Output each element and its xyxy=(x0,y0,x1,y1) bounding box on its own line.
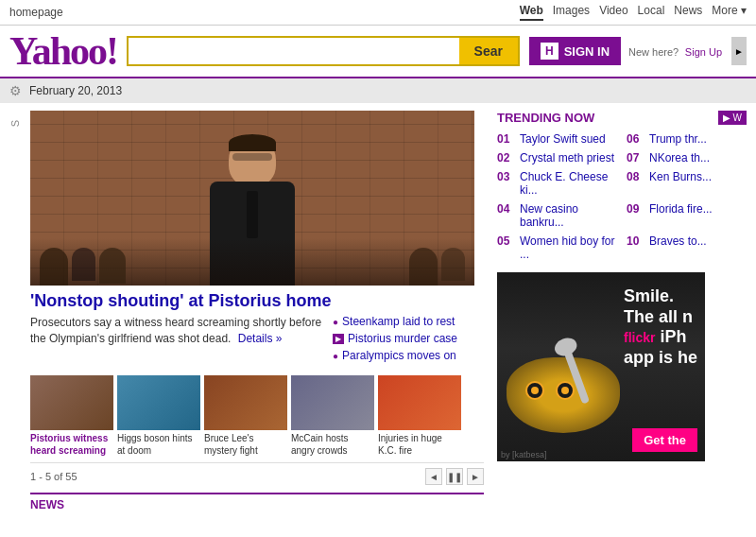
trending-num-6: 06 xyxy=(627,132,645,146)
trending-text-10: Braves to... xyxy=(649,234,707,261)
ad-eye-inner-left xyxy=(531,387,539,394)
search-input[interactable] xyxy=(127,36,459,66)
related-link-2[interactable]: ▶ Pistorius murder case xyxy=(333,332,484,345)
trending-item-3[interactable]: 03 Chuck E. Cheese ki... xyxy=(497,168,617,199)
trending-item-9[interactable]: 09 Florida fire... xyxy=(627,200,747,231)
video-icon-2: ▶ xyxy=(333,334,344,344)
tab-images[interactable]: Images xyxy=(553,4,590,21)
bullet-icon-1: ● xyxy=(333,317,338,327)
thumb-item-1[interactable]: Pistorius witness heard screaming xyxy=(30,375,113,457)
next-button[interactable]: ► xyxy=(467,468,484,485)
homepage-link[interactable]: homepage xyxy=(9,6,63,19)
thumb-image-4 xyxy=(291,375,374,430)
thumb-label-1: Pistorius witness heard screaming xyxy=(30,432,113,457)
thumb-item-5[interactable]: Injuries in huge K.C. fire xyxy=(378,375,461,457)
trending-text-8: Ken Burns... xyxy=(649,170,712,197)
ad-banner[interactable]: Smile. The all n flickr iPh app is he Ge… xyxy=(497,272,705,461)
ad-eyes xyxy=(525,381,575,400)
trending-num-5: 05 xyxy=(497,234,516,261)
tab-more[interactable]: More ▾ xyxy=(712,4,747,21)
person-hair xyxy=(229,134,276,151)
ad-brand: flickr xyxy=(624,330,655,345)
trending-item-5[interactable]: 05 Women hid boy for ... xyxy=(497,233,617,263)
crowd-people-right xyxy=(409,248,465,286)
news-section-label: NEWS xyxy=(30,493,484,511)
trending-num-9: 09 xyxy=(627,202,645,229)
crowd-people xyxy=(40,248,126,286)
related-link-1[interactable]: ● Steenkamp laid to rest xyxy=(333,315,484,328)
person-tie xyxy=(247,191,258,238)
thumb-label-3: Bruce Lee's mystery fight xyxy=(204,432,287,457)
thumb-item-4[interactable]: McCain hosts angry crowds xyxy=(291,375,374,457)
prev-button[interactable]: ◄ xyxy=(425,468,442,485)
center-news: 'Nonstop shouting' at Pistorius home Pro… xyxy=(30,111,484,511)
bullet-icon-3: ● xyxy=(333,351,338,361)
story-headline[interactable]: 'Nonstop shouting' at Pistorius home xyxy=(30,291,484,311)
thumb-label-4: McCain hosts angry crowds xyxy=(291,432,374,457)
ad-line3: flickr iPh xyxy=(624,327,697,348)
trending-text-3: Chuck E. Cheese ki... xyxy=(520,170,617,197)
trending-item-4[interactable]: 04 New casino bankru... xyxy=(497,200,617,231)
story-related-links: ● Steenkamp laid to rest ▶ Pistorius mur… xyxy=(333,315,484,366)
thumb-item-2[interactable]: Higgs boson hints at doom xyxy=(117,375,200,457)
trending-text-9: Florida fire... xyxy=(649,202,713,229)
sign-in-area: H SIGN IN New here? Sign Up xyxy=(529,37,722,65)
thumb-item-3[interactable]: Bruce Lee's mystery fight xyxy=(204,375,287,457)
top-nav: homepage Web Images Video Local News Mor… xyxy=(0,0,756,26)
trending-item-10[interactable]: 10 Braves to... xyxy=(627,233,747,263)
ad-line2: The all n xyxy=(624,307,697,328)
trending-item-8[interactable]: 08 Ken Burns... xyxy=(627,168,747,199)
trending-text-4: New casino bankru... xyxy=(520,202,617,229)
trending-num-7: 07 xyxy=(627,151,645,165)
main-content: S xyxy=(0,103,756,519)
related-link-3[interactable]: ● Paralympics moves on xyxy=(333,349,484,362)
nav-tabs: Web Images Video Local News More ▾ xyxy=(520,4,747,21)
current-date: February 20, 2013 xyxy=(29,84,122,97)
sidebar-text: S xyxy=(9,120,21,127)
trending-grid: 01 Taylor Swift sued 06 Trump thr... 02 … xyxy=(497,130,747,263)
tab-news[interactable]: News xyxy=(674,4,702,21)
tab-local[interactable]: Local xyxy=(638,4,665,21)
thumb-image-2 xyxy=(117,375,200,430)
signup-link[interactable]: Sign Up xyxy=(685,46,722,58)
settings-gear-icon[interactable]: ⚙ xyxy=(9,83,22,98)
ad-credit: by [katbesa] xyxy=(501,450,547,459)
details-link[interactable]: Details » xyxy=(238,332,283,345)
related-link-1-text: Steenkamp laid to rest xyxy=(342,315,455,328)
trending-item-2[interactable]: 02 Crystal meth priest xyxy=(497,149,617,166)
tab-web[interactable]: Web xyxy=(520,4,543,21)
trending-item-1[interactable]: 01 Taylor Swift sued xyxy=(497,130,617,147)
sign-in-icon: H xyxy=(541,43,558,60)
thumb-image-5 xyxy=(378,375,461,430)
person-glasses xyxy=(232,153,272,161)
trending-num-4: 04 xyxy=(497,202,516,229)
ad-line1: Smile. xyxy=(624,286,697,307)
pagination-buttons: ◄ ❚❚ ► xyxy=(425,468,484,485)
trending-item-6[interactable]: 06 Trump thr... xyxy=(627,130,747,147)
ad-get-button[interactable]: Get the xyxy=(632,428,697,452)
thumb-label-2: Higgs boson hints at doom xyxy=(117,432,200,457)
yahoo-logo: Yahoo! xyxy=(9,31,117,71)
search-bar: Sear xyxy=(127,36,520,66)
trending-item-7[interactable]: 07 NKorea th... xyxy=(627,149,747,166)
date-bar: ⚙ February 20, 2013 xyxy=(0,78,756,103)
sign-in-label: SIGN IN xyxy=(564,44,610,59)
thumbnail-strip: Pistorius witness heard screaming Higgs … xyxy=(30,375,484,457)
trending-text-7: NKorea th... xyxy=(649,151,710,165)
story-body: Prosecutors say a witness heard screamin… xyxy=(30,315,484,366)
trending-video-icon[interactable]: ▶ W xyxy=(718,111,747,125)
new-user-area: New here? Sign Up xyxy=(628,44,722,59)
search-button[interactable]: Sear xyxy=(459,36,520,66)
nav-arrow-right[interactable]: ► xyxy=(731,37,747,65)
right-column: TRENDING NOW ▶ W 01 Taylor Swift sued 06… xyxy=(484,111,747,511)
ad-eye-left xyxy=(525,381,544,400)
trending-text-2: Crystal meth priest xyxy=(520,151,614,165)
tab-video[interactable]: Video xyxy=(599,4,627,21)
new-here-label: New here? xyxy=(628,46,679,58)
trending-num-10: 10 xyxy=(627,234,645,261)
left-sidebar: S xyxy=(9,111,30,511)
sign-in-button[interactable]: H SIGN IN xyxy=(529,37,621,65)
trending-text-6: Trump thr... xyxy=(649,132,707,146)
trending-num-3: 03 xyxy=(497,170,516,197)
pause-button[interactable]: ❚❚ xyxy=(446,468,463,485)
